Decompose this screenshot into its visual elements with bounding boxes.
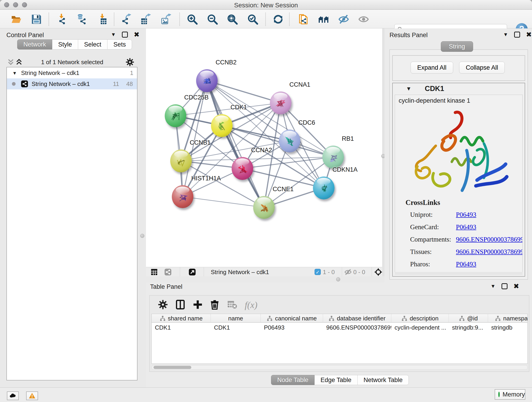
crosslink-link[interactable]: P06493 (456, 211, 476, 218)
table-cell[interactable]: stringdb:9... (449, 323, 488, 332)
crosslink-link[interactable]: P06493 (456, 223, 476, 231)
warnings-button[interactable] (26, 391, 38, 400)
export-table-icon[interactable] (140, 14, 151, 25)
maximize-panel-icon[interactable] (122, 32, 128, 38)
column-header-namespace[interactable]: namespace (488, 314, 528, 323)
network-node-ccna1[interactable] (270, 91, 291, 114)
open-session-icon[interactable] (11, 14, 22, 25)
float-panel-icon[interactable]: ▼ (503, 32, 508, 38)
collapse-all-button[interactable]: Collapse All (459, 62, 505, 74)
tab-edge-table[interactable]: Edge Table (315, 375, 358, 385)
network-row[interactable]: String Network – cdk1 11 48 (7, 78, 137, 89)
column-header-canonicalname[interactable]: canonical name (261, 314, 323, 323)
network-badge-icon[interactable] (164, 268, 172, 276)
table-cell[interactable]: P06493 (261, 323, 323, 332)
gear-icon[interactable] (158, 300, 168, 310)
column-header-name[interactable]: name (211, 314, 261, 323)
tab-string[interactable]: String (441, 41, 473, 52)
import-table-icon[interactable] (97, 14, 108, 25)
splitter-handle[interactable] (336, 277, 340, 281)
refresh-layout-icon[interactable] (273, 14, 284, 25)
close-panel-icon[interactable]: ✖ (134, 32, 139, 38)
table-horizontal-scrollbar[interactable] (152, 365, 528, 370)
node-table[interactable]: shared namenamecanonical namedatabase id… (152, 314, 528, 364)
zoom-fit-icon[interactable] (227, 14, 238, 25)
show-all-icon[interactable] (358, 14, 369, 25)
close-panel-icon[interactable]: ✖ (526, 32, 532, 38)
network-node-hist1h1a[interactable] (172, 185, 193, 208)
hide-selected-icon[interactable] (338, 14, 349, 25)
new-network-from-selection-icon[interactable] (298, 14, 309, 25)
import-network-file-icon[interactable] (57, 14, 68, 25)
network-canvas[interactable]: CCNB2 CCNA1 CDC25B CDK1 CDC6 RB1 CCNB1 C… (146, 28, 382, 267)
panel-splitter-handle[interactable] (140, 234, 144, 238)
network-node-ccnb1[interactable] (170, 149, 192, 172)
export-image-icon[interactable] (161, 14, 172, 25)
node-label-cdc25b: CDC25B (184, 94, 209, 101)
crosslink-link[interactable]: 9606.ENSP00000378699 (456, 236, 523, 243)
table-cell[interactable]: 9606.ENSP00000378699 (323, 323, 391, 332)
maximize-panel-icon[interactable] (501, 283, 507, 289)
save-session-icon[interactable] (31, 14, 42, 25)
cloud-status-button[interactable] (7, 391, 19, 400)
section-collapse-icon[interactable]: ▼ (406, 85, 412, 92)
tab-node-table[interactable]: Node Table (271, 375, 315, 385)
crosslink-link[interactable]: 9606.ENSP00000378699 (456, 248, 523, 255)
zoom-in-icon[interactable] (187, 14, 198, 25)
memory-button[interactable]: Memory (495, 389, 525, 400)
gene-section-header[interactable]: ▼ CDK1 (393, 83, 525, 94)
network-node-rb1[interactable] (322, 146, 344, 168)
detach-view-icon[interactable] (189, 268, 196, 276)
tab-network[interactable]: Network (17, 39, 52, 50)
column-header-description[interactable]: description (391, 314, 449, 323)
first-neighbors-icon[interactable] (318, 14, 329, 25)
table-cell[interactable]: CDK1 (211, 323, 261, 332)
section-scrollbar[interactable] (395, 272, 523, 275)
birds-eye-view-icon[interactable] (374, 268, 382, 276)
table-cell[interactable]: cyclin-dependent ... (391, 323, 449, 332)
selected-nodes-checkbox[interactable]: ✓ (315, 269, 321, 275)
close-panel-icon[interactable]: ✖ (513, 283, 519, 289)
collection-count: 1 (130, 70, 133, 77)
export-network-icon[interactable] (121, 14, 132, 25)
tab-select[interactable]: Select (78, 39, 108, 50)
network-node-cdkn1a[interactable] (313, 177, 335, 199)
memory-status-dot (498, 392, 500, 397)
scrollbar-thumb[interactable] (153, 366, 191, 369)
grid-view-icon[interactable] (151, 268, 158, 276)
function-builder-icon: f(x) (245, 300, 258, 310)
expand-all-button[interactable]: Expand All (411, 62, 453, 74)
node-label-ccna2: CCNA2 (251, 147, 272, 154)
import-network-database-icon[interactable] (76, 14, 87, 25)
tab-network-table[interactable]: Network Table (358, 375, 409, 385)
maximize-panel-icon[interactable] (514, 32, 520, 38)
network-label: String Network – cdk1 (32, 80, 90, 88)
vertical-splitter[interactable] (382, 28, 385, 276)
network-collection-row[interactable]: ▼ String Network – cdk1 1 (7, 67, 137, 78)
delete-icon[interactable] (210, 300, 220, 310)
column-header-id[interactable]: @id (449, 314, 488, 323)
float-panel-icon[interactable]: ▼ (111, 32, 116, 38)
tab-style[interactable]: Style (52, 39, 78, 50)
table-cell[interactable]: stringdb (488, 323, 528, 332)
column-header-sharedname[interactable]: shared name (152, 314, 211, 323)
zoom-selected-icon[interactable] (247, 14, 258, 25)
collection-expand-icon[interactable]: ▼ (12, 70, 17, 76)
add-column-icon[interactable] (193, 300, 203, 310)
tab-sets[interactable]: Sets (108, 39, 132, 50)
table-cell[interactable]: CDK1 (152, 323, 211, 332)
network-node-ccna2[interactable] (232, 157, 253, 180)
zoom-out-icon[interactable] (207, 14, 218, 25)
network-node-cdc25b[interactable] (165, 104, 186, 127)
network-node-ccne1[interactable] (253, 196, 275, 219)
columns-icon[interactable] (175, 300, 185, 310)
crosslink-label: Compartments: (410, 236, 451, 243)
column-header-databaseidentifier[interactable]: database identifier (323, 314, 391, 323)
network-node-cdk1[interactable] (211, 114, 233, 137)
float-panel-icon[interactable]: ▼ (491, 283, 496, 289)
crosslink-link[interactable]: P06493 (456, 260, 476, 268)
network-node-cdc6[interactable] (279, 129, 300, 153)
network-node-ccnb2[interactable] (196, 69, 218, 92)
network-options-gear-icon[interactable] (126, 58, 134, 66)
node-label-cdk1: CDK1 (230, 104, 247, 111)
